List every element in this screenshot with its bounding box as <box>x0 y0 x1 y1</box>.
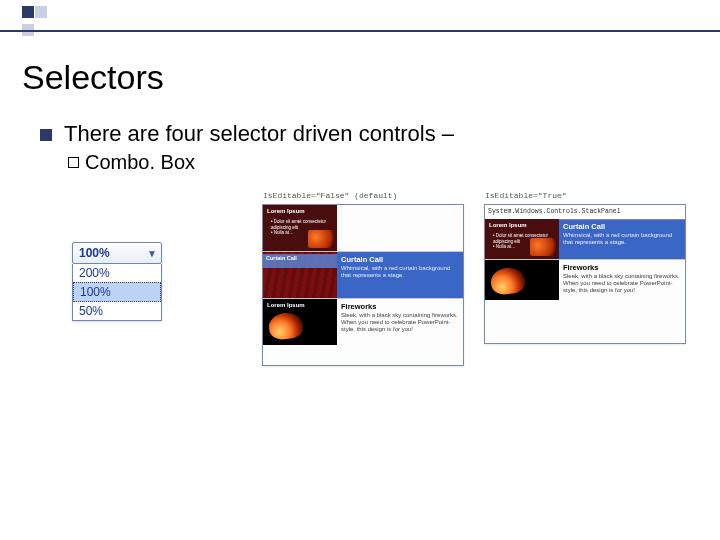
slide-title: Selectors <box>22 58 720 97</box>
chevron-down-icon[interactable]: ▼ <box>143 248 161 259</box>
sub-bullet-icon <box>68 157 79 168</box>
theme-item[interactable]: Curtain Call Curtain Call Whimsical, wit… <box>263 252 463 299</box>
theme-thumbnail <box>485 260 559 300</box>
theme-thumbnail: Lorem Ipsum Dolor sit amet consectetur a… <box>263 205 337 251</box>
theme-info: Fireworks Sleek, with a black sky contai… <box>559 260 685 300</box>
combo-option[interactable]: 100% <box>73 282 161 302</box>
theme-item[interactable]: Lorem Ipsum Dolor sit amet consectetur a… <box>263 205 463 252</box>
combo-head[interactable]: 100% ▼ <box>72 242 162 264</box>
theme-item[interactable]: Fireworks Sleek, with a black sky contai… <box>485 260 685 300</box>
theme-info: Curtain Call Whimsical, with a red curta… <box>559 219 685 259</box>
decorative-squares <box>22 6 48 42</box>
combo-option[interactable]: 200% <box>73 264 161 282</box>
theme-thumbnail: Lorem Ipsum <box>263 299 337 345</box>
figures-area: 100% ▼ 200% 100% 50% IsEditable="False" … <box>0 180 720 440</box>
theme-info: Curtain Call Whimsical, with a red curta… <box>337 252 463 298</box>
panel-caption: IsEditable="False" (default) <box>263 191 397 200</box>
combo-edit-textbox[interactable]: System.Windows.Controls.StackPanel <box>484 204 686 220</box>
bullet-icon <box>40 129 52 141</box>
combo-option[interactable]: 50% <box>73 302 161 320</box>
combo-selected-value: 100% <box>73 246 143 260</box>
theme-item[interactable]: Lorem Ipsum Dolor sit amet consectetur a… <box>485 219 685 260</box>
theme-info: Fireworks Sleek, with a black sky contai… <box>337 299 463 345</box>
theme-item[interactable]: Lorem Ipsum Fireworks Sleek, with a blac… <box>263 299 463 345</box>
theme-info <box>337 205 463 251</box>
slide-body: There are four selector driven controls … <box>40 121 720 174</box>
slide-top-decoration <box>0 0 720 40</box>
editable-combo-panel: IsEditable="True" System.Windows.Control… <box>484 204 686 344</box>
panel-caption: IsEditable="True" <box>485 191 567 200</box>
noneditable-combo-panel: IsEditable="False" (default) Lorem Ipsum… <box>262 204 464 366</box>
combo-box-example[interactable]: 100% ▼ 200% 100% 50% <box>72 242 162 321</box>
sub-bullet-text: Combo. Box <box>85 151 195 174</box>
theme-thumbnail: Lorem Ipsum Dolor sit amet consectetur a… <box>485 219 559 259</box>
bullet-text: There are four selector driven controls … <box>64 121 454 147</box>
combo-dropdown-list: 200% 100% 50% <box>72 264 162 321</box>
theme-thumbnail: Curtain Call <box>263 252 337 298</box>
